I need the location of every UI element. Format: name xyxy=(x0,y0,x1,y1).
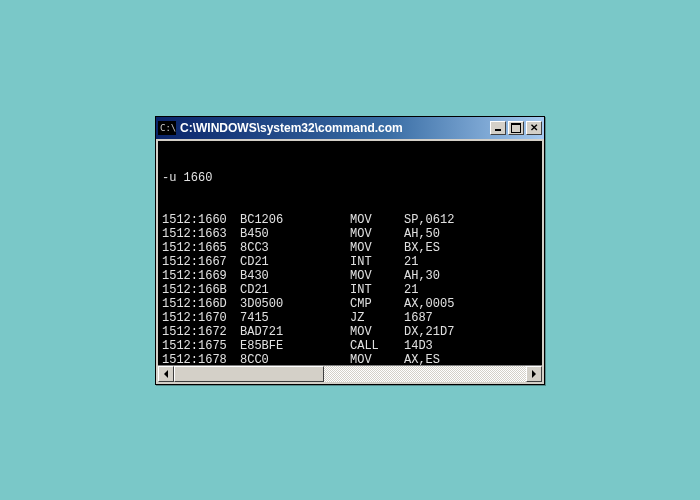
disassembly-row: 1512:16658CC3MOVBX,ES xyxy=(162,241,538,255)
disassembly-row: 1512:1675E85BFECALL14D3 xyxy=(162,339,538,353)
system-menu-icon[interactable]: C:\ xyxy=(158,121,176,135)
disassembly-row: 1512:1669B430MOVAH,30 xyxy=(162,269,538,283)
scroll-left-button[interactable] xyxy=(158,366,174,382)
minimize-button[interactable] xyxy=(490,121,506,135)
prompt-line: -u 1660 xyxy=(162,171,538,185)
disassembly-row: 1512:1672BAD721MOVDX,21D7 xyxy=(162,325,538,339)
scrollbar-track[interactable] xyxy=(174,366,526,382)
disassembly-row: 1512:16707415JZ1687 xyxy=(162,311,538,325)
disassembly-row: 1512:166BCD21INT21 xyxy=(162,283,538,297)
horizontal-scrollbar[interactable] xyxy=(158,365,542,382)
scroll-right-button[interactable] xyxy=(526,366,542,382)
disassembly-row: 1512:1667CD21INT21 xyxy=(162,255,538,269)
client-area: -u 1660 1512:1660BC1206MOVSP,06121512:16… xyxy=(156,139,544,384)
disassembly-row: 1512:1663B450MOVAH,50 xyxy=(162,227,538,241)
disassembly-row: 1512:16788CC0MOVAX,ES xyxy=(162,353,538,365)
scrollbar-thumb[interactable] xyxy=(174,366,324,382)
titlebar[interactable]: C:\ C:\WINDOWS\system32\command.com ✕ xyxy=(156,117,544,139)
window-controls: ✕ xyxy=(490,121,542,135)
close-button[interactable]: ✕ xyxy=(526,121,542,135)
disassembly-row: 1512:1660BC1206MOVSP,0612 xyxy=(162,213,538,227)
command-prompt-window: C:\ C:\WINDOWS\system32\command.com ✕ -u… xyxy=(155,116,545,385)
maximize-button[interactable] xyxy=(508,121,524,135)
console-output[interactable]: -u 1660 1512:1660BC1206MOVSP,06121512:16… xyxy=(158,141,542,365)
window-title: C:\WINDOWS\system32\command.com xyxy=(180,121,490,135)
disassembly-row: 1512:166D3D0500CMPAX,0005 xyxy=(162,297,538,311)
